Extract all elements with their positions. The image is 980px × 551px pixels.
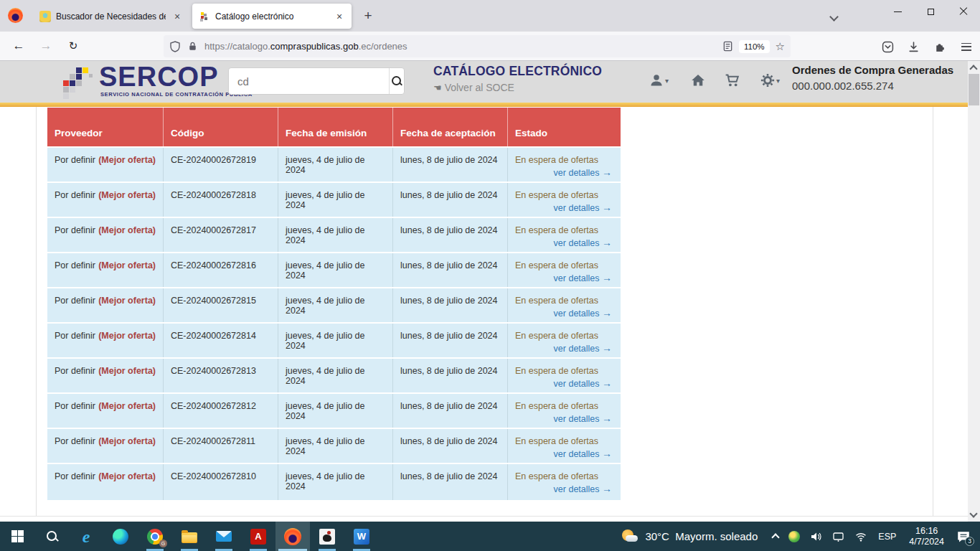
cell-fecha-emision: jueves, 4 de julio de 2024 bbox=[278, 148, 392, 182]
menu-hamburger-icon[interactable] bbox=[956, 36, 977, 57]
cell-fecha-emision: jueves, 4 de julio de 2024 bbox=[278, 288, 392, 322]
antivirus-icon[interactable] bbox=[788, 531, 800, 542]
scroll-up-icon[interactable] bbox=[969, 65, 977, 72]
mejor-oferta-link[interactable]: (Mejor oferta) bbox=[98, 260, 156, 287]
taskbar-chrome[interactable]: G bbox=[138, 522, 172, 551]
ver-detalles-link[interactable]: ver detalles → bbox=[515, 448, 613, 459]
tab-close-icon[interactable]: × bbox=[171, 11, 183, 22]
weather-text[interactable]: 30°C Mayorm. soleado bbox=[645, 530, 758, 542]
list-all-tabs-icon[interactable] bbox=[831, 10, 839, 19]
mejor-oferta-link[interactable]: (Mejor oferta) bbox=[98, 401, 156, 428]
catalog-search-box bbox=[228, 67, 405, 95]
proveedor-text: Por definir bbox=[55, 436, 95, 463]
cell-fecha-emision: jueves, 4 de julio de 2024 bbox=[278, 183, 392, 217]
taskbar-firefox-active[interactable] bbox=[275, 522, 310, 551]
lock-icon[interactable] bbox=[187, 41, 198, 52]
mejor-oferta-link[interactable]: (Mejor oferta) bbox=[98, 155, 156, 182]
taskbar-mail[interactable] bbox=[207, 522, 241, 551]
mejor-oferta-link[interactable]: (Mejor oferta) bbox=[98, 331, 156, 357]
cart-button[interactable] bbox=[725, 73, 740, 88]
mejor-oferta-link[interactable]: (Mejor oferta) bbox=[98, 296, 156, 322]
extensions-puzzle-icon[interactable] bbox=[928, 36, 950, 57]
sercop-logo-icon[interactable] bbox=[63, 67, 96, 100]
estado-text: En espera de ofertas bbox=[515, 155, 613, 165]
taskbar-edge[interactable] bbox=[103, 522, 138, 551]
mejor-oferta-link[interactable]: (Mejor oferta) bbox=[98, 471, 156, 500]
cell-proveedor: Por definir(Mejor oferta) bbox=[47, 253, 163, 287]
cell-estado: En espera de ofertasver detalles → bbox=[507, 218, 621, 252]
start-button[interactable] bbox=[0, 522, 34, 551]
downloads-icon[interactable] bbox=[903, 36, 924, 57]
taskbar-java-app[interactable] bbox=[310, 522, 344, 551]
scroll-down-icon[interactable] bbox=[969, 509, 977, 517]
volver-al-soce-link[interactable]: ☚Volver al SOCE bbox=[433, 82, 514, 93]
sercop-logo-title[interactable]: SERCOP bbox=[99, 63, 218, 90]
zoom-level-indicator[interactable]: 110% bbox=[739, 40, 770, 53]
window-restore-button[interactable] bbox=[914, 0, 947, 23]
column-header: Código bbox=[163, 108, 278, 146]
estado-text: En espera de ofertas bbox=[515, 401, 613, 411]
taskbar-word[interactable]: W bbox=[344, 522, 379, 551]
scrollbar-thumb[interactable] bbox=[969, 74, 979, 105]
date: 4/7/2024 bbox=[909, 537, 944, 547]
url-bar[interactable]: https://catalogo.compraspublicas.gob.ec/… bbox=[164, 35, 791, 57]
estado-text: En espera de ofertas bbox=[515, 471, 613, 481]
home-button[interactable] bbox=[691, 73, 705, 88]
window-close-button[interactable] bbox=[947, 0, 980, 23]
ver-detalles-link[interactable]: ver detalles → bbox=[515, 202, 613, 213]
new-tab-button[interactable]: + bbox=[359, 7, 377, 26]
ver-detalles-link[interactable]: ver detalles → bbox=[515, 307, 613, 319]
mejor-oferta-link[interactable]: (Mejor oferta) bbox=[98, 366, 156, 392]
ver-detalles-link[interactable]: ver detalles → bbox=[515, 166, 613, 178]
tray-expand-icon[interactable] bbox=[773, 532, 778, 540]
wifi-icon[interactable] bbox=[854, 531, 867, 542]
clock[interactable]: 16:164/7/2024 bbox=[909, 526, 944, 547]
tracking-shield-icon[interactable] bbox=[169, 41, 181, 52]
ver-detalles-link[interactable]: ver detalles → bbox=[515, 377, 613, 389]
language-indicator[interactable]: ESP bbox=[878, 532, 896, 542]
settings-menu-button[interactable]: ▾ bbox=[760, 73, 780, 88]
mejor-oferta-link[interactable]: (Mejor oferta) bbox=[98, 436, 156, 463]
search-button[interactable] bbox=[389, 68, 404, 94]
notification-center-button[interactable]: 3 bbox=[956, 530, 971, 543]
table-row: Por definir(Mejor oferta)CE-202400026728… bbox=[47, 148, 621, 182]
mejor-oferta-link[interactable]: (Mejor oferta) bbox=[98, 225, 156, 252]
ver-detalles-link[interactable]: ver detalles → bbox=[515, 483, 613, 494]
arrow-right-icon: → bbox=[602, 202, 612, 213]
ver-detalles-link[interactable]: ver detalles → bbox=[515, 237, 613, 248]
ver-detalles-link[interactable]: ver detalles → bbox=[515, 342, 613, 354]
window-minimize-button[interactable] bbox=[881, 0, 914, 23]
weather-icon[interactable] bbox=[621, 529, 639, 545]
search-input[interactable] bbox=[229, 68, 389, 94]
cell-estado: En espera de ofertasver detalles → bbox=[507, 288, 621, 322]
taskbar-acrobat[interactable]: A bbox=[241, 522, 275, 551]
taskbar-file-explorer[interactable] bbox=[172, 522, 207, 551]
edge-icon bbox=[113, 529, 128, 545]
volume-icon[interactable] bbox=[810, 531, 822, 542]
user-menu-button[interactable]: ▾ bbox=[649, 73, 669, 88]
back-button[interactable]: ← bbox=[7, 34, 30, 57]
container-bottom-border bbox=[0, 516, 968, 517]
page-content: ProveedorCódigoFecha de emisiónFecha de … bbox=[0, 107, 968, 522]
tab-buscador-necesidades[interactable]: Buscador de Necesidades de Co × bbox=[33, 4, 189, 28]
orders-counter-label: Ordenes de Compra Generadas bbox=[792, 64, 964, 76]
ver-detalles-link[interactable]: ver detalles → bbox=[515, 272, 613, 283]
cell-proveedor: Por definir(Mejor oferta) bbox=[47, 218, 163, 252]
mejor-oferta-link[interactable]: (Mejor oferta) bbox=[98, 190, 156, 217]
bookmark-star-icon[interactable]: ☆ bbox=[776, 40, 785, 53]
ver-detalles-link[interactable]: ver detalles → bbox=[515, 413, 613, 424]
taskbar-search-button[interactable] bbox=[34, 522, 69, 551]
cast-screen-icon[interactable] bbox=[832, 531, 844, 542]
reader-view-icon[interactable] bbox=[722, 41, 733, 52]
arrow-right-icon: → bbox=[602, 448, 612, 459]
reload-button[interactable]: ↻ bbox=[62, 34, 85, 57]
taskbar-internet-explorer[interactable]: e bbox=[69, 522, 103, 551]
forward-button[interactable]: → bbox=[34, 34, 57, 57]
orders-counter-value: 000.000.002.655.274 bbox=[792, 80, 964, 92]
cell-proveedor: Por definir(Mejor oferta) bbox=[47, 183, 163, 217]
ecuador-crest-favicon bbox=[39, 11, 51, 22]
tab-close-icon[interactable]: × bbox=[334, 11, 345, 22]
page-scrollbar[interactable] bbox=[968, 61, 980, 522]
pocket-icon[interactable] bbox=[877, 36, 898, 57]
tab-catalogo-electronico[interactable]: Catálogo electrónico × bbox=[192, 4, 352, 29]
